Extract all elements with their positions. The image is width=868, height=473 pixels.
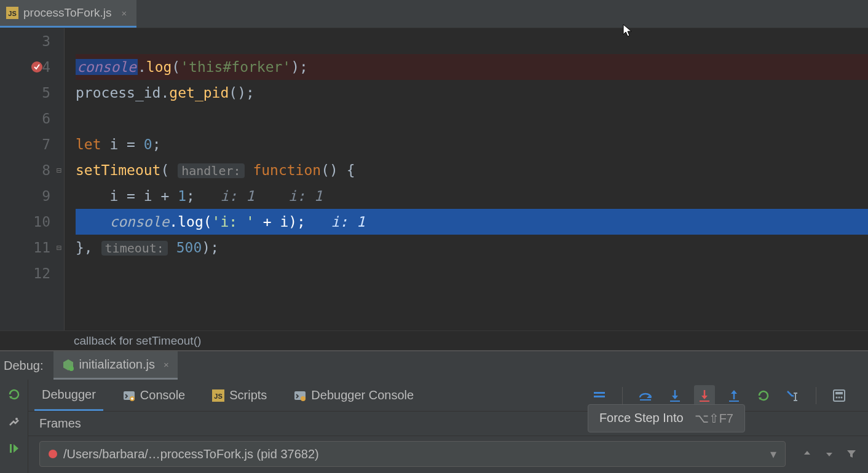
close-icon[interactable]: × <box>120 7 128 20</box>
breakpoint-icon[interactable] <box>31 61 43 73</box>
svg-rect-16 <box>594 396 605 397</box>
code-line[interactable]: let i = 0; <box>76 131 868 157</box>
svg-point-37 <box>841 396 843 398</box>
code-line[interactable]: i = i + 1; i: 1 i: 1 <box>76 183 868 209</box>
editor-gutter[interactable]: 3 4 5 6 7 8 ⊟ 9 10 11 ⊟ 12 <box>0 28 65 330</box>
show-execution-point-icon[interactable] <box>589 385 610 406</box>
code-line[interactable]: console.log('this#forker'); <box>76 54 868 80</box>
fold-icon[interactable]: ⊟ <box>57 235 61 260</box>
rerun-icon[interactable] <box>7 387 22 402</box>
force-step-into-icon[interactable] <box>694 385 715 406</box>
separator <box>816 387 816 404</box>
js-file-icon: JS <box>6 7 18 19</box>
debug-toolwindow-header: Debug: initialization.js × <box>0 350 868 380</box>
console-icon <box>123 389 135 402</box>
console-icon <box>294 389 306 402</box>
code-line[interactable]: }, timeout: 500); <box>76 235 868 260</box>
debugger-main: Debugger Console JS Scripts Debugger Con… <box>28 380 868 473</box>
tab-scripts[interactable]: JS Scripts <box>205 380 274 411</box>
next-frame-icon[interactable] <box>824 448 835 459</box>
line-number[interactable]: 5 <box>0 80 50 106</box>
parameter-hint: handler: <box>178 163 244 178</box>
line-number[interactable]: 3 <box>0 28 50 54</box>
separator <box>622 387 623 404</box>
svg-rect-34 <box>835 392 843 394</box>
line-number[interactable]: 9 <box>0 183 50 209</box>
inline-value: i: 1 <box>288 188 322 204</box>
drop-frame-icon[interactable] <box>753 385 774 406</box>
editor-tab-bar: JS processToFork.js × <box>0 0 868 28</box>
tab-debugger[interactable]: Debugger <box>34 380 103 411</box>
line-number[interactable]: 8 ⊟ <box>0 157 50 183</box>
svg-rect-7 <box>10 444 12 453</box>
frames-thread-combo[interactable]: /Users/barbara/…processToFork.js (pid 37… <box>39 441 786 467</box>
code-line[interactable] <box>76 106 868 131</box>
mouse-cursor <box>622 23 634 36</box>
svg-marker-23 <box>701 396 708 399</box>
svg-rect-18 <box>640 399 651 401</box>
svg-rect-27 <box>729 401 739 402</box>
editor-tab-label: processToFork.js <box>23 6 112 20</box>
svg-point-36 <box>838 396 840 398</box>
debugger-panel: Debugger Console JS Scripts Debugger Con… <box>0 380 868 473</box>
run-to-cursor-icon[interactable] <box>783 385 803 406</box>
filter-icon[interactable] <box>846 448 857 459</box>
tooltip-label: Force Step Into <box>599 411 684 426</box>
fold-icon[interactable]: ⊟ <box>57 157 61 183</box>
thread-label: /Users/barbara/…processToFork.js (pid 37… <box>63 447 319 461</box>
inline-value: i: 1 <box>220 188 254 204</box>
svg-marker-8 <box>14 444 18 453</box>
nodejs-icon <box>62 359 74 371</box>
svg-point-6 <box>15 418 18 420</box>
code-area[interactable]: console.log('this#forker'); process_id.g… <box>65 28 868 330</box>
line-number[interactable]: 10 <box>0 209 50 235</box>
svg-rect-15 <box>594 392 605 394</box>
tooltip-shortcut: ⌥⇧F7 <box>695 411 733 426</box>
close-icon[interactable]: × <box>164 359 169 370</box>
line-number[interactable]: 4 <box>0 54 50 80</box>
evaluate-expression-icon[interactable] <box>829 385 850 406</box>
code-line[interactable] <box>76 28 868 54</box>
line-number[interactable]: 11 ⊟ <box>0 235 50 260</box>
frames-row: Force Step Into ⌥⇧F7 /Users/barbara/…pro… <box>28 436 868 472</box>
code-line[interactable]: setTimeout( handler: function() { <box>76 157 868 183</box>
svg-point-4 <box>69 366 74 371</box>
prev-frame-icon[interactable] <box>802 448 813 459</box>
svg-rect-24 <box>700 401 709 402</box>
code-line[interactable] <box>76 260 868 286</box>
tab-console[interactable]: Console <box>116 380 192 411</box>
svg-point-35 <box>836 396 838 398</box>
line-number[interactable]: 7 <box>0 131 50 157</box>
line-number[interactable]: 6 <box>0 106 50 131</box>
step-toolbar <box>589 385 862 406</box>
js-file-icon: JS <box>212 389 224 402</box>
code-line[interactable]: process_id.get_pid(); <box>76 80 868 106</box>
run-config-name: initialization.js <box>79 358 155 372</box>
svg-rect-21 <box>670 401 680 402</box>
step-over-icon[interactable] <box>635 385 656 406</box>
svg-rect-33 <box>834 390 845 401</box>
editor-tab[interactable]: JS processToFork.js × <box>0 0 136 28</box>
settings-icon[interactable] <box>7 414 22 429</box>
debug-label: Debug: <box>0 351 53 380</box>
svg-marker-39 <box>826 453 832 456</box>
step-out-icon[interactable] <box>724 385 744 406</box>
svg-text:JS: JS <box>215 393 223 400</box>
resume-icon[interactable] <box>7 441 22 456</box>
line-number[interactable]: 12 <box>0 260 50 286</box>
chevron-down-icon: ▾ <box>770 447 776 461</box>
svg-text:JS: JS <box>8 10 16 17</box>
debug-side-toolbar <box>0 380 28 473</box>
thread-status-icon <box>49 450 57 458</box>
svg-point-14 <box>301 396 306 401</box>
svg-marker-20 <box>672 396 678 399</box>
tooltip: Force Step Into ⌥⇧F7 <box>588 404 745 432</box>
code-line-current[interactable]: console.log('i: ' + i); i: 1 <box>76 209 868 235</box>
parameter-hint: timeout: <box>101 241 168 256</box>
breadcrumb[interactable]: callback for setTimeout() <box>0 330 868 350</box>
svg-marker-38 <box>804 451 810 455</box>
step-into-icon[interactable] <box>665 385 685 406</box>
tab-debugger-console[interactable]: Debugger Console <box>286 380 421 411</box>
debug-run-config-tab[interactable]: initialization.js × <box>53 351 178 380</box>
svg-marker-26 <box>731 390 737 394</box>
